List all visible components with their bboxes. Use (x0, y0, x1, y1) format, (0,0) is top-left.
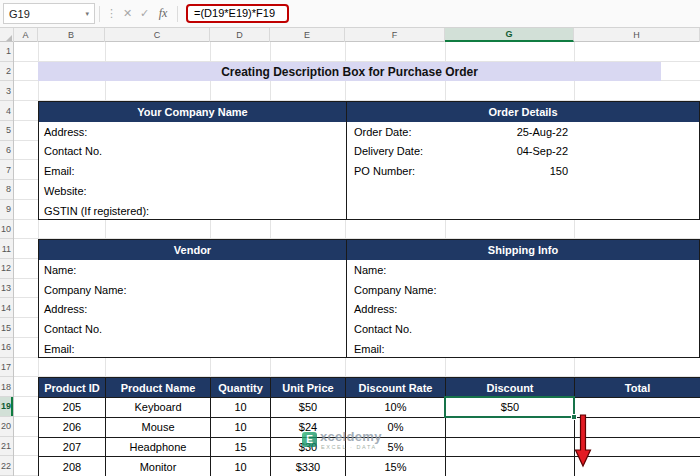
row-header-14[interactable]: 14 (0, 298, 13, 318)
order-detail-row[interactable]: Delivery Date: 04-Sep-22 (347, 142, 699, 162)
cell-H18[interactable]: Total (575, 378, 700, 398)
cell-H22[interactable] (575, 457, 700, 476)
row-header-5[interactable]: 5 (0, 121, 13, 141)
shipping-info-header[interactable]: Shipping Info (346, 240, 699, 260)
row-header-8[interactable]: 8 (0, 180, 13, 200)
row-header-21[interactable]: 21 (0, 437, 13, 457)
insert-function-icon[interactable]: fx (153, 6, 173, 21)
column-header-H[interactable]: H (574, 28, 700, 42)
shipping-label[interactable]: Contact No. (347, 319, 699, 339)
row-header-17[interactable]: 17 (0, 358, 13, 378)
vendor-label[interactable]: Contact No. (39, 319, 346, 339)
column-header-E[interactable]: E (270, 28, 345, 42)
cell-E22[interactable]: $330 (271, 457, 346, 476)
row-header-7[interactable]: 7 (0, 160, 13, 180)
company-label[interactable]: GSTIN (If registered): (39, 201, 346, 220)
column-header-D[interactable]: D (210, 28, 270, 42)
cell-G20[interactable] (446, 418, 575, 438)
cell-C18[interactable]: Product Name (106, 378, 211, 398)
divider (99, 6, 100, 22)
order-details-header[interactable]: Order Details (346, 102, 699, 122)
cell-B22[interactable]: 208 (39, 457, 106, 476)
column-header-A[interactable]: A (14, 28, 38, 42)
cell-B19[interactable]: 205 (39, 398, 106, 418)
column-header-B[interactable]: B (38, 28, 105, 42)
row-header-6[interactable]: 6 (0, 141, 13, 161)
cell-F22[interactable]: 15% (346, 457, 446, 476)
shipping-label[interactable]: Address: (347, 299, 699, 319)
column-header-F[interactable]: F (345, 28, 445, 42)
row-header-9[interactable]: 9 (0, 200, 13, 220)
formula-highlight-box: =(D19*E19)*F19 (186, 4, 289, 23)
cell-F18[interactable]: Discount Rate (346, 378, 446, 398)
cell-H20[interactable] (575, 418, 700, 438)
column-header-C[interactable]: C (105, 28, 210, 42)
vendor-label[interactable]: Email: (39, 339, 346, 358)
shipping-label[interactable]: Email: (347, 339, 699, 358)
row-header-3[interactable]: 3 (0, 81, 13, 101)
formula-bar: G19 ▾ ⋮ ✕ ✓ fx =(D19*E19)*F19 (0, 0, 700, 28)
cell-D19[interactable]: 10 (211, 398, 271, 418)
cell-D22[interactable]: 10 (211, 457, 271, 476)
name-box[interactable]: G19 ▾ (3, 3, 95, 24)
vendor-label[interactable]: Company Name: (39, 280, 346, 300)
cell-C21[interactable]: Headphone (106, 438, 211, 458)
cell-B18[interactable]: Product ID (39, 378, 106, 398)
cell-B20[interactable]: 206 (39, 418, 106, 438)
cell-F19[interactable]: 10% (346, 398, 446, 418)
row-header-1[interactable]: 1 (0, 42, 13, 62)
cell-D20[interactable]: 10 (211, 418, 271, 438)
company-label[interactable]: Website: (39, 181, 346, 201)
cell-G18[interactable]: Discount (446, 378, 575, 398)
row-header-13[interactable]: 13 (0, 279, 13, 299)
row-header-11[interactable]: 11 (0, 239, 13, 259)
vendor-label[interactable]: Name: (39, 260, 346, 280)
row-header-12[interactable]: 12 (0, 259, 13, 279)
vendor-header[interactable]: Vendor (39, 240, 346, 260)
row-header-2[interactable]: 2 (0, 62, 13, 82)
row-header-20[interactable]: 20 (0, 417, 13, 437)
cell-D18[interactable]: Quantity (211, 378, 271, 398)
cell-C19[interactable]: Keyboard (106, 398, 211, 418)
exceldemy-watermark: E xceldemy EXCEL · DATA (302, 430, 382, 451)
order-detail-row[interactable]: Order Date: 25-Aug-22 (347, 122, 699, 142)
chevron-down-icon[interactable]: ▾ (85, 10, 89, 18)
cancel-icon[interactable]: ✕ (119, 7, 136, 20)
order-detail-row[interactable]: PO Number: 150 (347, 161, 699, 181)
column-header-G[interactable]: G (445, 28, 574, 42)
more-icon[interactable]: ⋮ (104, 7, 119, 20)
shipping-label[interactable]: Company Name: (347, 280, 699, 300)
select-all-button[interactable] (0, 28, 14, 42)
cell-B21[interactable]: 207 (39, 438, 106, 458)
company-label[interactable]: Contact No. (39, 142, 346, 162)
cell-G21[interactable] (446, 438, 575, 458)
column-headers: ABCDEFGH (0, 28, 700, 42)
row-header-10[interactable]: 10 (0, 220, 13, 240)
company-section: Your Company Name Order Details Address:… (38, 101, 700, 219)
grid[interactable]: Creating Description Box for Purchase Or… (14, 42, 700, 476)
cell-H19[interactable] (575, 398, 700, 418)
cell-E18[interactable]: Unit Price (271, 378, 346, 398)
row-header-16[interactable]: 16 (0, 338, 13, 358)
cell-E19[interactable]: $50 (271, 398, 346, 418)
cell-G22[interactable] (446, 457, 575, 476)
sheet-title[interactable]: Creating Description Box for Purchase Or… (38, 62, 661, 82)
order-details-fields: Order Date: 25-Aug-22 Delivery Date: 04-… (346, 122, 699, 220)
cell-C20[interactable]: Mouse (106, 418, 211, 438)
formula-input[interactable]: =(D19*E19)*F19 (186, 4, 700, 23)
row-header-19[interactable]: 19 (0, 397, 13, 417)
enter-icon[interactable]: ✓ (136, 7, 153, 20)
shipping-label[interactable]: Name: (347, 260, 699, 280)
active-cell-selection[interactable] (444, 396, 575, 418)
row-header-22[interactable]: 22 (0, 456, 13, 476)
cell-H21[interactable] (575, 438, 700, 458)
cell-C22[interactable]: Monitor (106, 457, 211, 476)
vendor-label[interactable]: Address: (39, 299, 346, 319)
company-header[interactable]: Your Company Name (39, 102, 346, 122)
company-label[interactable]: Address: (39, 122, 346, 142)
cell-D21[interactable]: 15 (211, 438, 271, 458)
row-header-18[interactable]: 18 (0, 377, 13, 397)
company-label[interactable]: Email: (39, 161, 346, 181)
row-header-4[interactable]: 4 (0, 101, 13, 121)
row-header-15[interactable]: 15 (0, 318, 13, 338)
